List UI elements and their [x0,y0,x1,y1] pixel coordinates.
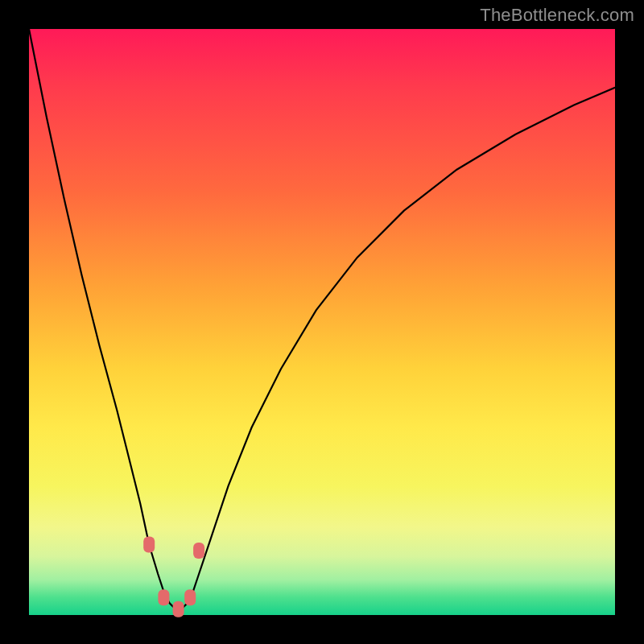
markers-group [143,537,204,617]
curve-marker-3 [184,589,196,605]
curve-marker-0 [143,537,155,553]
plot-area [29,29,615,615]
chart-frame: TheBottleneck.com [0,0,644,644]
chart-svg [29,29,615,615]
bottleneck-curve-path [29,29,615,609]
curve-marker-1 [158,589,169,605]
curve-marker-4 [193,543,204,559]
curve-marker-2 [173,601,184,617]
watermark-text: TheBottleneck.com [480,5,634,26]
